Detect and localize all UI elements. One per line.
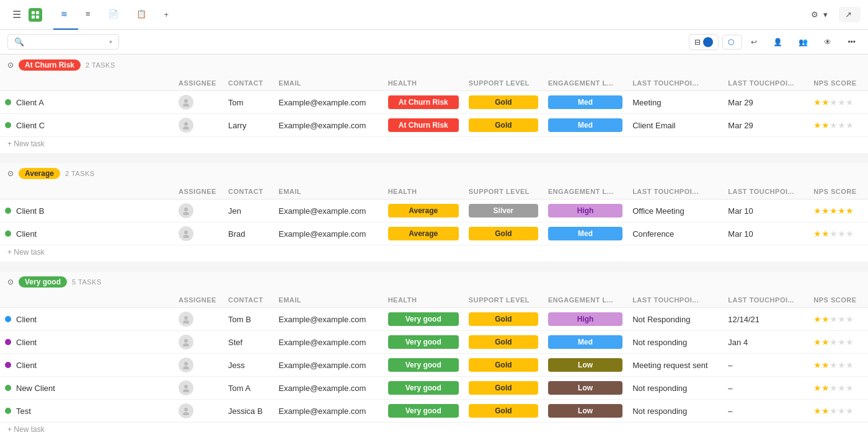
svg-point-16 (184, 362, 188, 366)
task-name: Client C (16, 121, 45, 130)
health-badge: Very good (388, 381, 459, 395)
avatar (179, 226, 193, 241)
task-name: Client (16, 338, 37, 347)
group-by-button[interactable]: ⬡ (722, 35, 742, 50)
support-cell: Gold (464, 331, 543, 354)
health-cell: At Churn Risk (383, 91, 464, 114)
col-header-5: ENGAGEMENT L... (543, 184, 627, 200)
table-row[interactable]: ClientBradExample@example.comAverageGold… (0, 222, 868, 245)
table-row[interactable]: ClientTom BExample@example.comVery goodG… (0, 308, 868, 331)
share-button[interactable]: ↗ (839, 7, 861, 22)
new-task-label[interactable]: + New task (0, 245, 868, 262)
toolbar: 🔍 ▾ ⊟ ⬡ ↩ 👤 👥 👁 ••• (0, 30, 868, 55)
nps-cell: ★★★★★ (808, 377, 868, 400)
support-cell: Gold (464, 114, 543, 137)
task-status-dot (5, 362, 11, 368)
section-collapse-icon[interactable]: ⊙ (7, 61, 14, 69)
table-row[interactable]: Client BJenExample@example.comAverageSil… (0, 200, 868, 222)
engagement-cell: Med (543, 331, 627, 354)
health-cell: Very good (383, 331, 464, 354)
avatar (179, 380, 193, 395)
new-task-row[interactable]: + New task (0, 137, 868, 154)
task-name: Test (16, 406, 31, 416)
assignee-cell (174, 114, 223, 137)
subtasks-button[interactable]: ↩ (746, 35, 764, 49)
add-view-button[interactable]: + (157, 0, 179, 30)
svg-point-13 (183, 320, 189, 323)
col-header-4: SUPPORT LEVEL (464, 76, 543, 91)
touchpoint2-cell: – (723, 400, 808, 423)
new-task-row[interactable]: + New task (0, 245, 868, 262)
nps-stars: ★★★★★ (813, 383, 854, 393)
assignee-cell (174, 354, 223, 377)
hamburger-icon[interactable]: ☰ (7, 6, 26, 23)
app-logo (29, 8, 46, 22)
col-header-6: LAST TOUCHPOI... (627, 184, 723, 200)
svg-point-12 (184, 316, 188, 320)
nps-cell: ★★★★★ (808, 200, 868, 222)
avatar (179, 203, 193, 218)
col-header-2: EMAIL (273, 184, 383, 200)
engagement-cell: Med (543, 91, 627, 114)
task-status-dot (5, 316, 11, 322)
touchpoint1-cell: Meeting (627, 91, 723, 114)
email-cell: Example@example.com (273, 114, 383, 137)
group-icon: ⬡ (728, 38, 734, 46)
col-header-8: NPS SCORE (808, 76, 868, 91)
contact-cell: Stef (223, 331, 273, 354)
engagement-tab-icon: ≋ (61, 9, 68, 19)
engagement-cell: Low (543, 354, 627, 377)
nps-stars: ★★★★★ (813, 229, 854, 239)
tab-renewal[interactable]: ≡ (78, 0, 101, 30)
tab-feedback[interactable]: 📋 (129, 0, 157, 30)
search-icon: 🔍 (14, 37, 24, 46)
assignees-button[interactable]: 👥 (794, 35, 815, 49)
new-task-row[interactable]: + New task (0, 423, 868, 434)
section-badge-verygood: Very good (19, 276, 67, 288)
table-row[interactable]: New ClientTom AExample@example.comVery g… (0, 377, 868, 400)
table-row[interactable]: ClientJessExample@example.comVery goodGo… (0, 354, 868, 377)
touchpoint1-cell: Conference (627, 222, 723, 245)
task-name: New Client (16, 384, 55, 393)
health-cell: Average (383, 200, 464, 222)
touchpoint2-cell: Mar 10 (723, 200, 808, 222)
col-header-0: ASSIGNEE (174, 292, 223, 308)
touchpoint1-cell: Office Meeting (627, 200, 723, 222)
table-row[interactable]: Client CLarryExample@example.comAt Churn… (0, 114, 868, 137)
automate-button[interactable]: ⚙ ▾ (805, 7, 834, 22)
col-header-3: HEALTH (383, 184, 464, 200)
show-button[interactable]: 👁 (819, 35, 839, 49)
automate-icon: ⚙ (811, 10, 818, 19)
filter-button[interactable]: ⊟ (689, 34, 719, 50)
support-cell: Gold (464, 91, 543, 114)
engagement-badge: Low (548, 381, 622, 395)
support-badge: Gold (469, 404, 538, 418)
eye-icon: 👁 (824, 38, 831, 46)
tab-engagement[interactable]: ≋ (53, 0, 78, 30)
table-row[interactable]: ClientStefExample@example.comVery goodGo… (0, 331, 868, 354)
task-status-dot (5, 99, 11, 105)
support-badge: Silver (469, 204, 538, 218)
table-row[interactable]: TestJessica BExample@example.comVery goo… (0, 400, 868, 423)
col-header-4: SUPPORT LEVEL (464, 292, 543, 308)
me-button[interactable]: 👤 (768, 35, 790, 49)
nps-cell: ★★★★★ (808, 114, 868, 137)
new-task-label[interactable]: + New task (0, 137, 868, 154)
renewal-tab-icon: ≡ (86, 9, 91, 19)
svg-point-17 (183, 366, 189, 369)
tab-playbook[interactable]: 📄 (101, 0, 129, 30)
section-collapse-icon[interactable]: ⊙ (7, 169, 14, 178)
new-task-label[interactable]: + New task (0, 423, 868, 434)
col-header-7: LAST TOUCHPOI... (723, 292, 808, 308)
more-options-button[interactable]: ••• (843, 35, 861, 49)
avatar (179, 335, 193, 349)
section-collapse-icon[interactable]: ⊙ (7, 278, 14, 286)
table-row[interactable]: Client ATomExample@example.comAt Churn R… (0, 91, 868, 114)
section-task-count-average: 2 TASKS (65, 170, 95, 177)
task-status-dot (5, 385, 11, 391)
col-header-6: LAST TOUCHPOI... (627, 76, 723, 91)
search-box[interactable]: 🔍 ▾ (7, 34, 119, 50)
nps-stars: ★★★★★ (813, 314, 854, 324)
assignee-cell (174, 400, 223, 423)
svg-rect-0 (32, 11, 35, 14)
